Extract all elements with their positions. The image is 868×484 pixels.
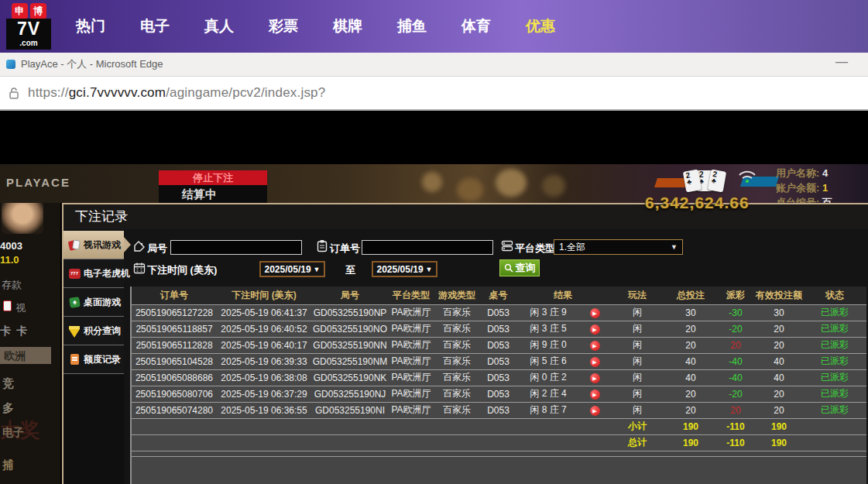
edge-urlbar: https://gci.7vvvvvv.com/agingame/pcv2/in… [0, 77, 868, 111]
card-icon [3, 300, 12, 311]
user-name-label: 用户名称: [776, 167, 819, 179]
balance-label: 账户余额: [776, 182, 819, 194]
total-row: 总计 190 -110 190 [132, 434, 866, 451]
date-to-label: 至 [345, 263, 355, 277]
peek-deposit-label: 存款 [2, 278, 22, 292]
page-background-band [0, 111, 868, 164]
empty-table-row [132, 451, 866, 456]
col-table-no: 桌号 [480, 287, 516, 304]
chevron-down-icon: ▼ [671, 243, 678, 251]
wifi-signal-icon [736, 166, 759, 184]
platform-type-select[interactable]: 1.全部 ▼ [554, 239, 683, 255]
date-from-select[interactable]: 2025/05/19 ▼ [259, 261, 325, 277]
url-scheme: https:// [28, 85, 69, 100]
platform-type-label: 平台类型 [515, 242, 555, 256]
col-play-type: 玩法 [609, 287, 665, 304]
col-payout: 派彩 [716, 287, 755, 304]
nav-item-board-games[interactable]: 棋牌 [333, 16, 362, 36]
order-clipboard-icon [316, 239, 328, 252]
play-replay-icon[interactable]: ▶ [590, 308, 600, 318]
col-result: 结果 [516, 287, 609, 304]
nav-item-lottery[interactable]: 彩票 [269, 16, 298, 36]
play-replay-icon[interactable]: ▶ [590, 341, 600, 351]
scene-light-blob [542, 175, 565, 197]
minimize-button[interactable]: — [835, 55, 848, 69]
scene-light-blob [496, 169, 527, 197]
col-valid-bet: 有效投注额 [755, 287, 803, 304]
col-platform: 平台类型 [389, 287, 434, 304]
sidebar-item-table-games[interactable]: ♠ 桌面游戏 [63, 288, 124, 317]
peek-card-label: 卡卡 [0, 324, 33, 338]
table-row: 2505190651272282025-05-19 06:41:37GD0532… [132, 304, 866, 321]
chevron-down-icon: ▼ [314, 266, 321, 273]
table-row: 2505190650807062025-05-19 06:37:29GD0532… [132, 386, 866, 402]
records-table: 订单号 下注时间 (美东) 局号 平台类型 游戏类型 桌号 结果 玩法 总投注 … [130, 287, 866, 484]
logo-text: 7V [6, 19, 51, 39]
screen: 申 博 7V .com 热门 电子 真人 彩票 棋牌 捕鱼 体育 优惠 Play… [0, 0, 868, 484]
sidebar-item-quota-records[interactable]: 额度记录 [63, 345, 124, 374]
round-tag-icon [133, 240, 146, 252]
col-order-id: 订单号 [132, 287, 217, 304]
play-replay-icon[interactable]: ▶ [590, 373, 600, 383]
peek-balance: 11.0 [0, 254, 19, 266]
scene-light-blob [422, 172, 442, 192]
empty-table-area [132, 456, 866, 484]
round-number-input[interactable] [170, 240, 302, 255]
slot-machine-icon: 777 [68, 267, 81, 280]
sidebar-item-slot-machine[interactable]: 777 电子老虎机 [63, 259, 124, 288]
site-logo[interactable]: 申 博 7V .com [6, 3, 51, 50]
calendar-icon [133, 262, 146, 274]
subtotal-row: 小计 190 -110 190 [132, 418, 866, 434]
nav-item-fishing[interactable]: 捕鱼 [397, 16, 427, 36]
play-replay-icon[interactable]: ▶ [590, 406, 600, 416]
magnifier-icon [504, 263, 513, 273]
table-row: 2505190651045282025-05-19 06:39:33GD0532… [132, 353, 866, 369]
col-status: 状态 [803, 287, 866, 304]
sidebar-item-points-query[interactable]: 积分查询 [63, 317, 124, 345]
round-number-label: 局号 [147, 242, 167, 256]
url-domain: gci.7vvvvvv.com [69, 85, 166, 100]
jackpot-amount: 6,342,624.66 [645, 194, 750, 212]
col-bet-time: 下注时间 (美东) [217, 287, 311, 304]
nav-item-sports[interactable]: 体育 [461, 16, 491, 36]
search-button[interactable]: 查询 [499, 259, 540, 276]
peek-duo-label: 多 [2, 401, 14, 416]
records-main: 局号 订单号 平台类型 1.全部 ▼ [130, 231, 868, 484]
background-page-peek: 4003 11.0 存款 视 卡卡 欧洲 竞 多 大奖 电子 捕 [0, 203, 60, 484]
records-sidebar: 视讯游戏 777 电子老虎机 ♠ 桌面游戏 积分查询 额度记录 [63, 231, 124, 484]
site-info-lock-icon[interactable] [8, 87, 20, 101]
order-number-input[interactable] [362, 240, 493, 255]
scene-light-blob [457, 178, 483, 201]
logo-badge-shen: 申 [12, 3, 28, 19]
col-round-id: 局号 [311, 287, 389, 304]
platform-list-icon [501, 240, 513, 252]
table-row: 2505190650886862025-05-19 06:38:08GD0532… [132, 369, 866, 386]
table-row: 2505190651188572025-05-19 06:40:52GD0532… [132, 321, 866, 337]
date-to-select[interactable]: 2025/05/19 ▼ [372, 261, 437, 277]
site-topnav: 申 博 7V .com 热门 电子 真人 彩票 棋牌 捕鱼 体育 优惠 [0, 0, 868, 53]
nav-item-promotions[interactable]: 优惠 [526, 16, 555, 36]
peek-fishing-label: 捕 [2, 458, 13, 472]
main-nav: 热门 电子 真人 彩票 棋牌 捕鱼 体育 优惠 [76, 16, 555, 36]
peek-video-label: 视 [15, 301, 26, 315]
playing-card: 2♣ [708, 169, 726, 192]
dealt-cards: 2♣ 2♣ 2♣ [688, 170, 725, 191]
table-row: 2505190651128282025-05-19 06:40:17GD0532… [132, 337, 866, 353]
nav-item-slots[interactable]: 电子 [140, 16, 170, 36]
play-replay-icon[interactable]: ▶ [590, 357, 600, 367]
logo-badge-bo: 博 [30, 3, 46, 19]
col-game-type: 游戏类型 [434, 287, 480, 304]
nav-item-live[interactable]: 真人 [204, 16, 234, 36]
quota-records-icon [68, 353, 81, 366]
nav-item-hot[interactable]: 热门 [76, 16, 105, 36]
address-text[interactable]: https://gci.7vvvvvv.com/agingame/pcv2/in… [28, 85, 325, 101]
play-replay-icon[interactable]: ▶ [590, 324, 600, 335]
edge-window-icon [6, 60, 15, 69]
play-replay-icon[interactable]: ▶ [590, 390, 600, 400]
url-path: /agingame/pcv2/index.jsp? [166, 85, 325, 100]
logo-badges: 申 博 [12, 3, 46, 19]
peek-jing-label: 竞 [2, 376, 14, 391]
bet-records-modal: 下注记录 视讯游戏 777 电子老虎机 ♠ 桌面游戏 积分查询 额度记录 [62, 203, 868, 484]
edge-titlebar: PlayAce - 个人 - Microsoft Edge — [0, 53, 868, 77]
sidebar-item-video-games[interactable]: 视讯游戏 [63, 231, 124, 259]
